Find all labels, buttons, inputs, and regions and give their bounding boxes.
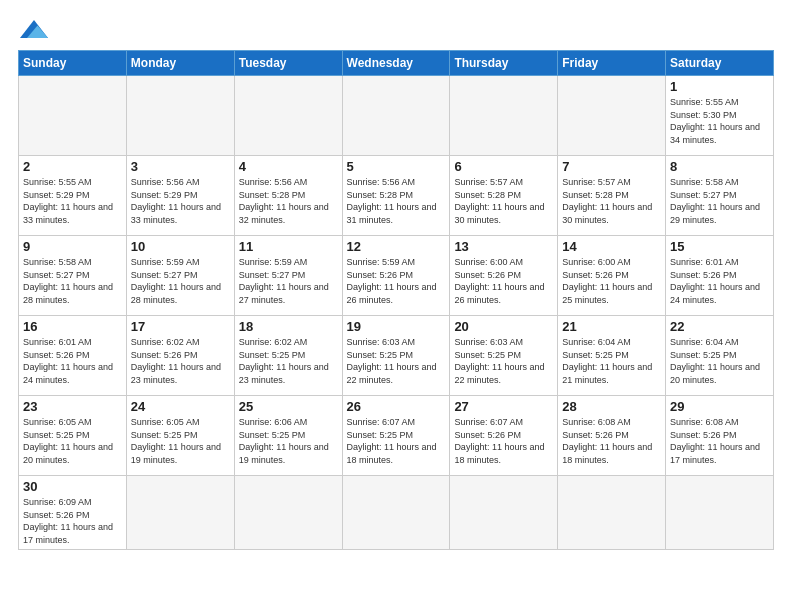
calendar-week-row: 1Sunrise: 5:55 AMSunset: 5:30 PMDaylight… <box>19 76 774 156</box>
calendar-week-row: 23Sunrise: 6:05 AMSunset: 5:25 PMDayligh… <box>19 396 774 476</box>
header-monday: Monday <box>126 51 234 76</box>
day-info: Sunrise: 6:07 AMSunset: 5:26 PMDaylight:… <box>454 416 553 466</box>
calendar-cell: 3Sunrise: 5:56 AMSunset: 5:29 PMDaylight… <box>126 156 234 236</box>
calendar-cell: 5Sunrise: 5:56 AMSunset: 5:28 PMDaylight… <box>342 156 450 236</box>
logo-area <box>18 18 52 40</box>
day-info: Sunrise: 6:03 AMSunset: 5:25 PMDaylight:… <box>347 336 446 386</box>
day-number: 29 <box>670 399 769 414</box>
day-number: 14 <box>562 239 661 254</box>
calendar-cell: 11Sunrise: 5:59 AMSunset: 5:27 PMDayligh… <box>234 236 342 316</box>
day-number: 25 <box>239 399 338 414</box>
calendar-cell <box>126 76 234 156</box>
day-info: Sunrise: 6:01 AMSunset: 5:26 PMDaylight:… <box>670 256 769 306</box>
day-info: Sunrise: 6:00 AMSunset: 5:26 PMDaylight:… <box>562 256 661 306</box>
logo-icon <box>20 18 48 40</box>
day-info: Sunrise: 5:57 AMSunset: 5:28 PMDaylight:… <box>454 176 553 226</box>
calendar-cell: 7Sunrise: 5:57 AMSunset: 5:28 PMDaylight… <box>558 156 666 236</box>
day-info: Sunrise: 6:07 AMSunset: 5:25 PMDaylight:… <box>347 416 446 466</box>
day-number: 15 <box>670 239 769 254</box>
header-saturday: Saturday <box>666 51 774 76</box>
day-number: 12 <box>347 239 446 254</box>
calendar-week-row: 9Sunrise: 5:58 AMSunset: 5:27 PMDaylight… <box>19 236 774 316</box>
day-number: 26 <box>347 399 446 414</box>
calendar-cell: 18Sunrise: 6:02 AMSunset: 5:25 PMDayligh… <box>234 316 342 396</box>
day-number: 19 <box>347 319 446 334</box>
day-info: Sunrise: 6:04 AMSunset: 5:25 PMDaylight:… <box>670 336 769 386</box>
day-info: Sunrise: 6:00 AMSunset: 5:26 PMDaylight:… <box>454 256 553 306</box>
day-number: 20 <box>454 319 553 334</box>
day-info: Sunrise: 6:05 AMSunset: 5:25 PMDaylight:… <box>131 416 230 466</box>
calendar-cell: 2Sunrise: 5:55 AMSunset: 5:29 PMDaylight… <box>19 156 127 236</box>
calendar-cell: 24Sunrise: 6:05 AMSunset: 5:25 PMDayligh… <box>126 396 234 476</box>
calendar-cell <box>666 476 774 550</box>
day-info: Sunrise: 5:56 AMSunset: 5:28 PMDaylight:… <box>239 176 338 226</box>
logo <box>18 18 52 40</box>
day-info: Sunrise: 5:58 AMSunset: 5:27 PMDaylight:… <box>670 176 769 226</box>
calendar-week-row: 30Sunrise: 6:09 AMSunset: 5:26 PMDayligh… <box>19 476 774 550</box>
calendar-cell: 13Sunrise: 6:00 AMSunset: 5:26 PMDayligh… <box>450 236 558 316</box>
calendar-cell: 26Sunrise: 6:07 AMSunset: 5:25 PMDayligh… <box>342 396 450 476</box>
day-number: 9 <box>23 239 122 254</box>
day-info: Sunrise: 5:55 AMSunset: 5:30 PMDaylight:… <box>670 96 769 146</box>
day-info: Sunrise: 6:03 AMSunset: 5:25 PMDaylight:… <box>454 336 553 386</box>
header-friday: Friday <box>558 51 666 76</box>
calendar-cell: 23Sunrise: 6:05 AMSunset: 5:25 PMDayligh… <box>19 396 127 476</box>
calendar-cell: 14Sunrise: 6:00 AMSunset: 5:26 PMDayligh… <box>558 236 666 316</box>
day-info: Sunrise: 5:57 AMSunset: 5:28 PMDaylight:… <box>562 176 661 226</box>
day-number: 2 <box>23 159 122 174</box>
calendar-cell: 4Sunrise: 5:56 AMSunset: 5:28 PMDaylight… <box>234 156 342 236</box>
calendar-cell: 1Sunrise: 5:55 AMSunset: 5:30 PMDaylight… <box>666 76 774 156</box>
day-number: 24 <box>131 399 230 414</box>
calendar-cell: 6Sunrise: 5:57 AMSunset: 5:28 PMDaylight… <box>450 156 558 236</box>
day-number: 5 <box>347 159 446 174</box>
calendar-cell: 16Sunrise: 6:01 AMSunset: 5:26 PMDayligh… <box>19 316 127 396</box>
calendar-cell <box>450 76 558 156</box>
calendar-cell: 21Sunrise: 6:04 AMSunset: 5:25 PMDayligh… <box>558 316 666 396</box>
day-number: 22 <box>670 319 769 334</box>
day-number: 17 <box>131 319 230 334</box>
calendar-cell: 28Sunrise: 6:08 AMSunset: 5:26 PMDayligh… <box>558 396 666 476</box>
day-number: 10 <box>131 239 230 254</box>
calendar-cell: 29Sunrise: 6:08 AMSunset: 5:26 PMDayligh… <box>666 396 774 476</box>
page: Sunday Monday Tuesday Wednesday Thursday… <box>0 0 792 560</box>
day-number: 23 <box>23 399 122 414</box>
header-wednesday: Wednesday <box>342 51 450 76</box>
day-info: Sunrise: 5:59 AMSunset: 5:26 PMDaylight:… <box>347 256 446 306</box>
day-number: 11 <box>239 239 338 254</box>
calendar-cell <box>19 76 127 156</box>
header-thursday: Thursday <box>450 51 558 76</box>
calendar-cell: 30Sunrise: 6:09 AMSunset: 5:26 PMDayligh… <box>19 476 127 550</box>
calendar-cell <box>450 476 558 550</box>
calendar-cell <box>558 476 666 550</box>
calendar-cell: 12Sunrise: 5:59 AMSunset: 5:26 PMDayligh… <box>342 236 450 316</box>
calendar-cell: 27Sunrise: 6:07 AMSunset: 5:26 PMDayligh… <box>450 396 558 476</box>
calendar-cell <box>342 476 450 550</box>
day-info: Sunrise: 5:58 AMSunset: 5:27 PMDaylight:… <box>23 256 122 306</box>
day-number: 28 <box>562 399 661 414</box>
calendar-cell: 8Sunrise: 5:58 AMSunset: 5:27 PMDaylight… <box>666 156 774 236</box>
day-number: 3 <box>131 159 230 174</box>
day-info: Sunrise: 6:08 AMSunset: 5:26 PMDaylight:… <box>670 416 769 466</box>
calendar-cell: 25Sunrise: 6:06 AMSunset: 5:25 PMDayligh… <box>234 396 342 476</box>
header <box>18 18 774 40</box>
day-info: Sunrise: 5:56 AMSunset: 5:29 PMDaylight:… <box>131 176 230 226</box>
calendar: Sunday Monday Tuesday Wednesday Thursday… <box>18 50 774 550</box>
calendar-cell <box>234 76 342 156</box>
day-number: 21 <box>562 319 661 334</box>
calendar-cell <box>342 76 450 156</box>
day-number: 27 <box>454 399 553 414</box>
day-number: 1 <box>670 79 769 94</box>
calendar-week-row: 16Sunrise: 6:01 AMSunset: 5:26 PMDayligh… <box>19 316 774 396</box>
day-info: Sunrise: 6:04 AMSunset: 5:25 PMDaylight:… <box>562 336 661 386</box>
header-sunday: Sunday <box>19 51 127 76</box>
day-number: 16 <box>23 319 122 334</box>
day-info: Sunrise: 6:09 AMSunset: 5:26 PMDaylight:… <box>23 496 122 546</box>
calendar-cell: 9Sunrise: 5:58 AMSunset: 5:27 PMDaylight… <box>19 236 127 316</box>
day-info: Sunrise: 6:01 AMSunset: 5:26 PMDaylight:… <box>23 336 122 386</box>
day-info: Sunrise: 6:06 AMSunset: 5:25 PMDaylight:… <box>239 416 338 466</box>
calendar-cell: 15Sunrise: 6:01 AMSunset: 5:26 PMDayligh… <box>666 236 774 316</box>
day-number: 6 <box>454 159 553 174</box>
day-number: 8 <box>670 159 769 174</box>
day-info: Sunrise: 6:05 AMSunset: 5:25 PMDaylight:… <box>23 416 122 466</box>
day-number: 4 <box>239 159 338 174</box>
